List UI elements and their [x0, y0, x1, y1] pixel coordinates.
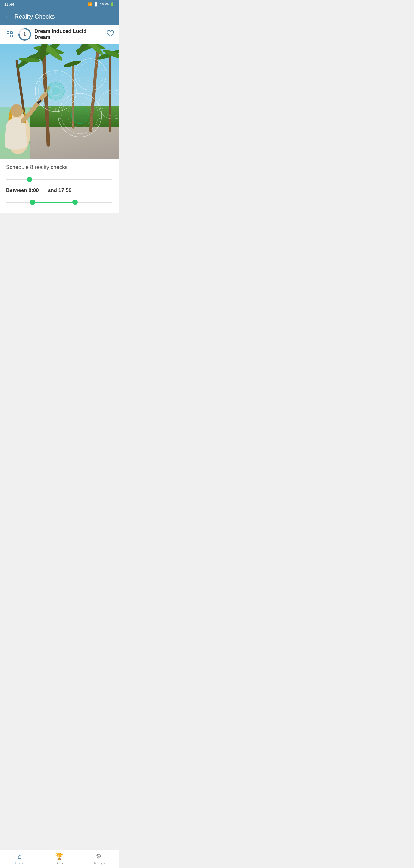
time-between-label: Between 9:00 [6, 187, 39, 193]
count-slider-thumb[interactable] [27, 177, 32, 182]
svg-point-49 [84, 68, 97, 81]
time-range: Between 9:00 and 17:59 [6, 187, 113, 193]
svg-line-60 [98, 119, 101, 119]
svg-line-59 [98, 111, 101, 112]
svg-point-45 [51, 87, 60, 96]
status-time: 12:44 [4, 2, 14, 7]
svg-line-67 [61, 125, 64, 126]
svg-line-57 [92, 98, 94, 101]
time-slider-fill [33, 202, 75, 203]
svg-line-62 [92, 130, 94, 132]
svg-line-65 [72, 133, 73, 135]
count-slider-container[interactable] [6, 175, 113, 184]
svg-line-39 [46, 107, 47, 109]
time-slider-thumb-start[interactable] [30, 199, 35, 205]
status-bar: 12:44 📶 ▐▌ 100% 🔋 [0, 0, 118, 8]
svg-line-40 [38, 100, 40, 101]
svg-line-56 [87, 95, 87, 97]
count-slider-track [6, 179, 113, 180]
time-slider-thumb-end[interactable] [72, 199, 78, 205]
svg-line-66 [66, 130, 68, 132]
svg-rect-0 [7, 32, 9, 34]
dream-title: Dream Induced Lucid Dream [34, 28, 104, 40]
schedule-section: Schedule 8 reality checks Between 9:00 a… [0, 159, 118, 213]
back-button[interactable]: ← [4, 13, 11, 21]
svg-rect-1 [7, 35, 9, 37]
svg-line-36 [71, 100, 73, 101]
svg-line-70 [61, 104, 64, 106]
svg-line-69 [59, 111, 61, 112]
battery-icon: 🔋 [110, 2, 114, 6]
svg-line-58 [96, 104, 99, 106]
time-slider-track [6, 202, 113, 203]
svg-point-74 [101, 93, 118, 116]
svg-line-68 [59, 119, 61, 119]
battery-text: 100% [100, 2, 109, 6]
svg-line-37 [65, 107, 66, 109]
svg-rect-3 [10, 35, 12, 37]
hero-image [0, 44, 118, 159]
svg-line-43 [46, 73, 47, 75]
app-bar-title: Reality Checks [14, 13, 55, 20]
svg-point-46 [75, 59, 106, 90]
svg-point-54 [71, 107, 88, 124]
settings-icon[interactable] [4, 29, 15, 40]
svg-rect-2 [10, 32, 12, 34]
heart-icon[interactable] [107, 30, 114, 39]
schedule-title: Schedule 8 reality checks [6, 164, 113, 170]
wifi-icon: 📶 [88, 2, 92, 6]
svg-line-61 [96, 125, 99, 126]
svg-line-34 [71, 81, 73, 82]
hud-overlay-svg [0, 44, 118, 159]
status-icons: 📶 ▐▌ 100% 🔋 [88, 2, 114, 6]
dream-header: 1 Dream Induced Lucid Dream [0, 25, 118, 44]
progress-circle: 1 [18, 28, 31, 41]
svg-line-42 [38, 81, 40, 82]
badge-number: 1 [24, 32, 26, 37]
svg-point-47 [78, 62, 103, 87]
time-slider-container[interactable] [6, 198, 113, 207]
time-and-label: and 17:59 [48, 187, 71, 193]
svg-line-63 [87, 133, 87, 135]
svg-line-33 [65, 73, 66, 75]
app-bar: ← Reality Checks [0, 8, 118, 25]
signal-icon: ▐▌ [94, 2, 98, 6]
